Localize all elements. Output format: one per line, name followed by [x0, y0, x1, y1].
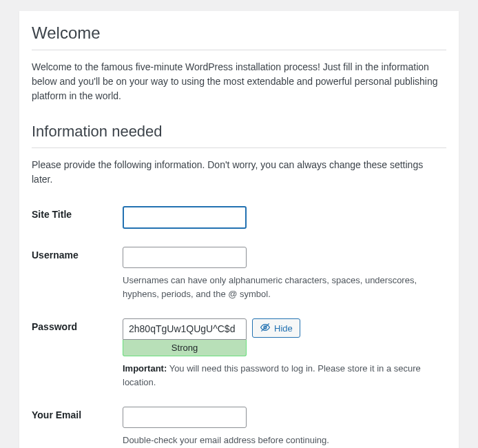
setup-form: Site Title Username Usernames can have o…: [32, 201, 446, 448]
password-input[interactable]: [123, 318, 247, 340]
email-input[interactable]: [123, 407, 247, 428]
important-label: Important:: [123, 363, 167, 374]
username-label: Username: [32, 250, 79, 261]
site-title-input[interactable]: [123, 206, 247, 229]
hide-password-button[interactable]: Hide: [252, 318, 300, 338]
install-card: Welcome Welcome to the famous five-minut…: [19, 11, 459, 448]
password-label: Password: [32, 321, 77, 332]
email-desc: Double-check your email address before c…: [123, 434, 446, 447]
password-strength: Strong: [123, 340, 247, 356]
welcome-intro: Welcome to the famous five-minute WordPr…: [32, 60, 446, 103]
username-desc: Usernames can have only alphanumeric cha…: [123, 274, 446, 301]
hide-label: Hide: [274, 323, 293, 334]
site-title-label: Site Title: [32, 209, 72, 220]
info-text: Please provide the following information…: [32, 158, 446, 187]
email-label: Your Email: [32, 409, 81, 420]
password-important: Important: You will need this password t…: [123, 362, 446, 389]
welcome-heading: Welcome: [32, 23, 446, 50]
username-input[interactable]: [123, 247, 247, 268]
important-text: You will need this password to log in. P…: [123, 363, 421, 387]
info-heading: Information needed: [32, 123, 446, 148]
eye-slash-icon: [260, 322, 271, 335]
